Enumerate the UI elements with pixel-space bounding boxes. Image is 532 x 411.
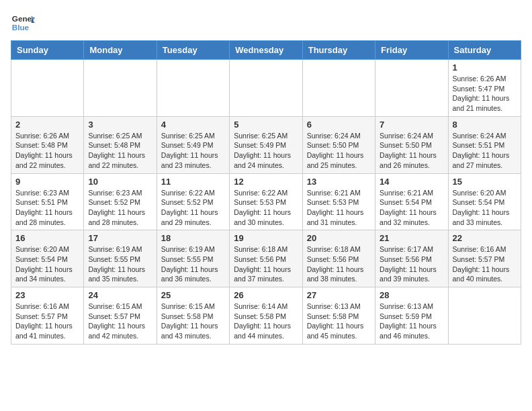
day-number: 7 (380, 120, 443, 130)
calendar-cell: 6Sunrise: 6:24 AM Sunset: 5:50 PM Daylig… (302, 116, 375, 173)
day-number: 25 (161, 290, 225, 300)
calendar-cell: 19Sunrise: 6:18 AM Sunset: 5:56 PM Dayli… (230, 230, 302, 287)
day-info: Sunrise: 6:15 AM Sunset: 5:57 PM Dayligh… (88, 302, 152, 341)
day-info: Sunrise: 6:14 AM Sunset: 5:58 PM Dayligh… (234, 302, 298, 341)
weekday-header-friday: Friday (375, 41, 448, 60)
calendar-cell (11, 60, 84, 117)
day-info: Sunrise: 6:24 AM Sunset: 5:51 PM Dayligh… (453, 131, 517, 171)
calendar-cell: 18Sunrise: 6:19 AM Sunset: 5:55 PM Dayli… (157, 230, 229, 287)
svg-text:Blue: Blue (12, 23, 30, 32)
day-info: Sunrise: 6:22 AM Sunset: 5:52 PM Dayligh… (161, 188, 225, 228)
calendar-cell: 2Sunrise: 6:26 AM Sunset: 5:48 PM Daylig… (11, 116, 84, 173)
day-info: Sunrise: 6:26 AM Sunset: 5:47 PM Dayligh… (453, 74, 517, 113)
day-number: 13 (307, 177, 371, 187)
calendar-cell: 5Sunrise: 6:25 AM Sunset: 5:49 PM Daylig… (230, 116, 302, 173)
day-info: Sunrise: 6:25 AM Sunset: 5:49 PM Dayligh… (161, 131, 225, 171)
weekday-header-saturday: Saturday (448, 41, 521, 60)
day-info: Sunrise: 6:16 AM Sunset: 5:57 PM Dayligh… (15, 302, 79, 341)
calendar-week-3: 9Sunrise: 6:23 AM Sunset: 5:51 PM Daylig… (11, 173, 521, 230)
calendar-cell: 7Sunrise: 6:24 AM Sunset: 5:50 PM Daylig… (375, 116, 448, 173)
calendar-cell: 17Sunrise: 6:19 AM Sunset: 5:55 PM Dayli… (84, 230, 157, 287)
calendar-cell: 13Sunrise: 6:21 AM Sunset: 5:53 PM Dayli… (302, 173, 375, 230)
calendar-cell: 28Sunrise: 6:13 AM Sunset: 5:59 PM Dayli… (375, 287, 448, 345)
calendar-cell (157, 60, 229, 117)
day-number: 1 (453, 62, 517, 73)
calendar-cell (230, 60, 302, 117)
day-info: Sunrise: 6:18 AM Sunset: 5:56 PM Dayligh… (307, 244, 371, 284)
weekday-header-tuesday: Tuesday (157, 41, 229, 60)
day-number: 14 (380, 177, 443, 187)
day-number: 17 (88, 233, 152, 243)
day-number: 11 (161, 177, 225, 187)
calendar-cell: 21Sunrise: 6:17 AM Sunset: 5:56 PM Dayli… (375, 230, 448, 287)
day-number: 12 (234, 177, 298, 187)
day-info: Sunrise: 6:26 AM Sunset: 5:48 PM Dayligh… (15, 131, 79, 171)
calendar-cell: 24Sunrise: 6:15 AM Sunset: 5:57 PM Dayli… (84, 287, 157, 345)
day-number: 28 (380, 290, 443, 300)
calendar-cell: 8Sunrise: 6:24 AM Sunset: 5:51 PM Daylig… (448, 116, 521, 173)
calendar-week-4: 16Sunrise: 6:20 AM Sunset: 5:54 PM Dayli… (11, 230, 521, 287)
page-header: General Blue (11, 11, 521, 35)
day-number: 22 (453, 233, 517, 243)
calendar-cell (448, 287, 521, 345)
calendar-week-2: 2Sunrise: 6:26 AM Sunset: 5:48 PM Daylig… (11, 116, 521, 173)
day-info: Sunrise: 6:15 AM Sunset: 5:58 PM Dayligh… (161, 302, 225, 341)
day-info: Sunrise: 6:13 AM Sunset: 5:58 PM Dayligh… (307, 302, 371, 341)
day-number: 18 (161, 233, 225, 243)
calendar-header-row: SundayMondayTuesdayWednesdayThursdayFrid… (11, 41, 521, 60)
day-info: Sunrise: 6:21 AM Sunset: 5:53 PM Dayligh… (307, 188, 371, 228)
day-info: Sunrise: 6:23 AM Sunset: 5:51 PM Dayligh… (15, 188, 79, 228)
calendar-cell: 15Sunrise: 6:20 AM Sunset: 5:54 PM Dayli… (448, 173, 521, 230)
day-info: Sunrise: 6:16 AM Sunset: 5:57 PM Dayligh… (453, 244, 517, 284)
calendar-week-1: 1Sunrise: 6:26 AM Sunset: 5:47 PM Daylig… (11, 60, 521, 117)
weekday-header-monday: Monday (84, 41, 157, 60)
day-info: Sunrise: 6:21 AM Sunset: 5:54 PM Dayligh… (380, 188, 443, 228)
day-info: Sunrise: 6:24 AM Sunset: 5:50 PM Dayligh… (307, 131, 371, 171)
day-number: 2 (15, 120, 79, 130)
calendar-cell (302, 60, 375, 117)
calendar-cell: 3Sunrise: 6:25 AM Sunset: 5:48 PM Daylig… (84, 116, 157, 173)
logo-icon: General Blue (11, 11, 35, 35)
calendar-cell: 14Sunrise: 6:21 AM Sunset: 5:54 PM Dayli… (375, 173, 448, 230)
day-number: 10 (88, 177, 152, 187)
day-number: 3 (88, 120, 152, 130)
day-info: Sunrise: 6:24 AM Sunset: 5:50 PM Dayligh… (380, 131, 443, 171)
calendar-cell: 22Sunrise: 6:16 AM Sunset: 5:57 PM Dayli… (448, 230, 521, 287)
day-info: Sunrise: 6:20 AM Sunset: 5:54 PM Dayligh… (15, 244, 79, 284)
calendar-cell (375, 60, 448, 117)
day-info: Sunrise: 6:20 AM Sunset: 5:54 PM Dayligh… (453, 188, 517, 228)
day-number: 26 (234, 290, 298, 300)
day-number: 24 (88, 290, 152, 300)
calendar-cell: 20Sunrise: 6:18 AM Sunset: 5:56 PM Dayli… (302, 230, 375, 287)
day-info: Sunrise: 6:22 AM Sunset: 5:53 PM Dayligh… (234, 188, 298, 228)
day-number: 27 (307, 290, 371, 300)
day-number: 8 (453, 120, 517, 130)
calendar-cell: 9Sunrise: 6:23 AM Sunset: 5:51 PM Daylig… (11, 173, 84, 230)
calendar-cell: 25Sunrise: 6:15 AM Sunset: 5:58 PM Dayli… (157, 287, 229, 345)
day-number: 23 (15, 290, 79, 300)
day-number: 16 (15, 233, 79, 243)
day-info: Sunrise: 6:18 AM Sunset: 5:56 PM Dayligh… (234, 244, 298, 284)
day-info: Sunrise: 6:19 AM Sunset: 5:55 PM Dayligh… (88, 244, 152, 284)
day-number: 15 (453, 177, 517, 187)
calendar-cell: 16Sunrise: 6:20 AM Sunset: 5:54 PM Dayli… (11, 230, 84, 287)
calendar-cell: 23Sunrise: 6:16 AM Sunset: 5:57 PM Dayli… (11, 287, 84, 345)
calendar-cell: 26Sunrise: 6:14 AM Sunset: 5:58 PM Dayli… (230, 287, 302, 345)
day-number: 9 (15, 177, 79, 187)
calendar-cell: 10Sunrise: 6:23 AM Sunset: 5:52 PM Dayli… (84, 173, 157, 230)
day-info: Sunrise: 6:17 AM Sunset: 5:56 PM Dayligh… (380, 244, 443, 284)
weekday-header-thursday: Thursday (302, 41, 375, 60)
day-number: 5 (234, 120, 298, 130)
calendar-week-5: 23Sunrise: 6:16 AM Sunset: 5:57 PM Dayli… (11, 287, 521, 345)
day-number: 21 (380, 233, 443, 243)
day-info: Sunrise: 6:13 AM Sunset: 5:59 PM Dayligh… (380, 302, 443, 341)
day-info: Sunrise: 6:23 AM Sunset: 5:52 PM Dayligh… (88, 188, 152, 228)
day-number: 6 (307, 120, 371, 130)
day-info: Sunrise: 6:19 AM Sunset: 5:55 PM Dayligh… (161, 244, 225, 284)
weekday-header-wednesday: Wednesday (230, 41, 302, 60)
calendar-cell: 1Sunrise: 6:26 AM Sunset: 5:47 PM Daylig… (448, 60, 521, 117)
logo: General Blue (11, 11, 35, 35)
calendar-cell: 4Sunrise: 6:25 AM Sunset: 5:49 PM Daylig… (157, 116, 229, 173)
day-number: 19 (234, 233, 298, 243)
calendar-table: SundayMondayTuesdayWednesdayThursdayFrid… (11, 40, 521, 345)
